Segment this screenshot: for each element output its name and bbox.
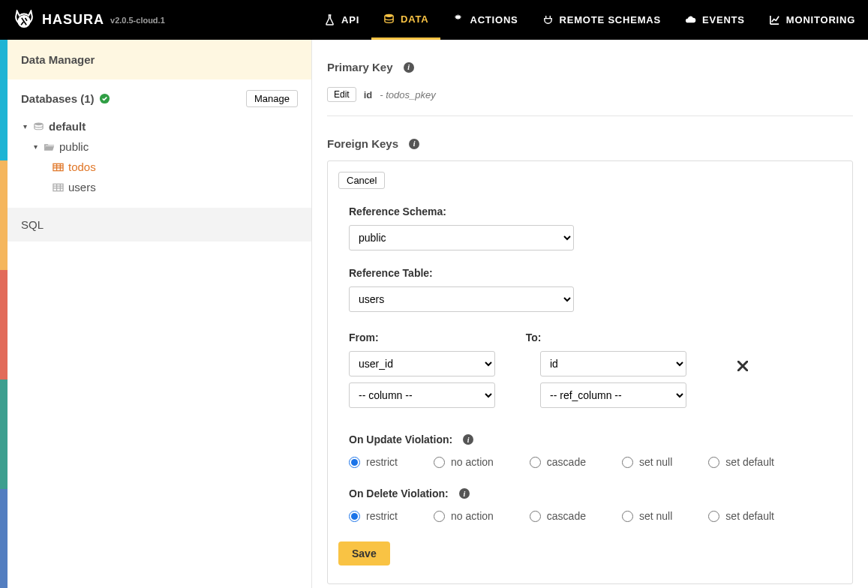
manage-button[interactable]: Manage	[246, 90, 298, 107]
on-update-cascade[interactable]: cascade	[530, 456, 586, 468]
cloud-icon	[685, 14, 696, 26]
on-update-setnull[interactable]: set null	[622, 456, 672, 468]
tree-table-label: todos	[68, 160, 96, 173]
on-delete-restrict[interactable]: restrict	[349, 510, 398, 522]
nav-api-label: API	[341, 14, 359, 26]
nav-api[interactable]: API	[312, 0, 371, 40]
databases-heading: Databases (1)	[21, 92, 110, 105]
nav-data-label: DATA	[401, 14, 428, 25]
table-icon	[53, 163, 64, 172]
nav-events-label: EVENTS	[702, 14, 745, 26]
table-icon	[53, 183, 64, 192]
svg-rect-4	[53, 164, 63, 170]
to-label: To:	[526, 332, 542, 351]
brand: HASURA v2.0.5-cloud.1	[0, 10, 312, 31]
nav-remote-label: REMOTE SCHEMAS	[560, 14, 661, 26]
on-delete-label: On Delete Violation:	[349, 488, 449, 500]
primary-key-title: Primary Key	[327, 61, 393, 74]
check-circle-icon	[99, 93, 110, 104]
on-delete-noaction[interactable]: no action	[434, 510, 494, 522]
tree-schema-public[interactable]: ▾ public	[21, 136, 298, 157]
info-icon[interactable]: i	[404, 62, 414, 73]
rainbow-strip	[0, 40, 8, 588]
cog-bolt-icon	[452, 14, 464, 26]
on-update-radios: restrict no action cascade set null set …	[349, 453, 842, 468]
from-column-select-2[interactable]: -- column --	[349, 382, 495, 408]
svg-point-1	[385, 14, 393, 16]
brand-name: HASURA	[42, 12, 104, 28]
on-delete-setdefault[interactable]: set default	[708, 510, 774, 522]
pk-constraint-name: - todos_pkey	[380, 89, 435, 100]
on-update-label: On Update Violation:	[349, 434, 452, 446]
on-delete-radios: restrict no action cascade set null set …	[349, 507, 842, 522]
svg-rect-5	[53, 184, 63, 190]
hasura-logo-icon	[14, 10, 35, 31]
top-nav: API DATA ACTIONS REMOTE SCHEMAS EVENTS M…	[312, 0, 867, 40]
nav-actions-label: ACTIONS	[470, 14, 518, 26]
sidebar-sql[interactable]: SQL	[8, 208, 311, 242]
nav-monitoring[interactable]: MONITORING	[757, 0, 867, 40]
fk-editor-card: Cancel Reference Schema: public Referenc…	[327, 160, 853, 584]
tree-table-label: users	[68, 181, 96, 194]
tree-table-users[interactable]: users	[21, 177, 298, 197]
nav-data[interactable]: DATA	[371, 0, 440, 40]
on-update-setdefault[interactable]: set default	[708, 456, 774, 468]
on-update-restrict[interactable]: restrict	[349, 456, 398, 468]
tree-schema-label: public	[59, 140, 89, 153]
folder-open-icon	[44, 142, 55, 152]
chevron-down-icon: ▾	[21, 122, 29, 130]
pk-column: id	[364, 89, 373, 100]
info-icon[interactable]: i	[459, 488, 470, 499]
topbar: HASURA v2.0.5-cloud.1 API DATA ACTIONS R…	[0, 0, 868, 40]
sidebar-title: Data Manager	[8, 40, 311, 80]
nav-actions[interactable]: ACTIONS	[440, 0, 530, 40]
ref-schema-label: Reference Schema:	[349, 202, 842, 225]
tree-db-default[interactable]: ▾ default	[21, 116, 298, 136]
foreign-keys-title: Foreign Keys	[327, 137, 398, 150]
database-icon	[33, 122, 44, 131]
db-tree: ▾ default ▾ public todos users	[8, 113, 311, 208]
sidebar: Data Manager Databases (1) Manage ▾ defa…	[8, 40, 312, 588]
info-icon[interactable]: i	[409, 139, 419, 149]
flask-icon	[324, 14, 335, 26]
brand-version: v2.0.5-cloud.1	[110, 16, 165, 25]
save-button[interactable]: Save	[338, 542, 390, 566]
ref-table-select[interactable]: users	[349, 286, 574, 312]
plug-icon	[542, 14, 554, 26]
pk-edit-button[interactable]: Edit	[327, 87, 356, 102]
remove-mapping-icon[interactable]	[731, 359, 748, 375]
chevron-down-icon: ▾	[32, 142, 39, 151]
nav-remote-schemas[interactable]: REMOTE SCHEMAS	[530, 0, 673, 40]
svg-point-3	[35, 122, 43, 125]
to-column-select-1[interactable]: id	[540, 351, 686, 376]
tree-db-label: default	[49, 120, 86, 133]
info-icon[interactable]: i	[463, 434, 473, 445]
on-update-noaction[interactable]: no action	[434, 456, 494, 468]
chart-icon	[769, 14, 780, 26]
from-column-select-1[interactable]: user_id	[349, 351, 495, 376]
tree-table-todos[interactable]: todos	[21, 157, 298, 177]
to-column-select-2[interactable]: -- ref_column --	[540, 382, 686, 408]
database-icon	[383, 14, 395, 25]
databases-label: Databases (1)	[21, 92, 95, 105]
nav-monitoring-label: MONITORING	[786, 14, 855, 26]
cancel-button[interactable]: Cancel	[338, 172, 385, 189]
ref-table-label: Reference Table:	[349, 250, 842, 286]
ref-schema-select[interactable]: public	[349, 225, 574, 250]
nav-events[interactable]: EVENTS	[673, 0, 757, 40]
on-delete-setnull[interactable]: set null	[622, 510, 672, 522]
from-label: From:	[349, 332, 379, 351]
on-delete-cascade[interactable]: cascade	[530, 510, 586, 522]
main-content: Primary Key i Edit id - todos_pkey Forei…	[312, 40, 868, 588]
